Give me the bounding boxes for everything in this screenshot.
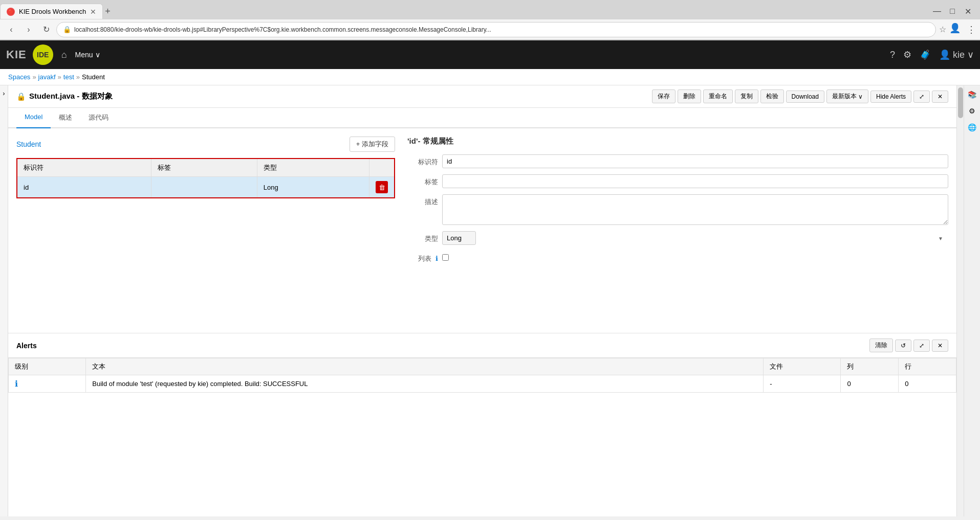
alerts-section: Alerts 清除 ↺ ⤢ ✕ 级别 文本 文件 列 行 [8, 333, 956, 393]
alerts-toolbar: 清除 ↺ ⤢ ✕ [869, 338, 948, 352]
home-button[interactable]: ⌂ [61, 50, 67, 60]
menu-dropdown[interactable]: Menu ∨ [75, 51, 100, 59]
alerts-clear-button[interactable]: 清除 [869, 338, 893, 352]
alerts-table-header: 级别 文本 文件 列 行 [9, 358, 956, 375]
prop-row-tag: 标签 [407, 174, 948, 188]
alert-row: ℹ Build of module 'test' (requested by k… [9, 375, 956, 393]
app-header: KIE IDE ⌂ Menu ∨ ? ⚙ 🧳 👤 kie ∨ [0, 40, 980, 69]
latest-version-arrow-icon: ∨ [858, 93, 863, 100]
browser-menu-button[interactable]: ⋮ [967, 24, 976, 35]
expand-editor-button[interactable]: ⤢ [913, 91, 930, 103]
profile-button[interactable]: 👤 [949, 22, 964, 37]
tag-input[interactable] [442, 174, 948, 188]
latest-version-button[interactable]: 最新版本 ∨ [826, 89, 868, 103]
type-select[interactable]: Long String Integer Double Boolean Date [442, 231, 476, 245]
close-editor-button[interactable]: ✕ [932, 91, 948, 103]
col-type: 类型 [257, 159, 369, 177]
maximize-button[interactable]: □ [945, 4, 960, 18]
right-sidebar: 📚 ⚙ 🌐 [964, 85, 980, 516]
col-level: 级别 [9, 358, 86, 375]
field-actions: 🗑 [369, 177, 395, 198]
sidebar-globe-icon[interactable]: 🌐 [967, 122, 977, 132]
back-button[interactable]: ‹ [4, 22, 18, 37]
close-window-button[interactable]: ✕ [961, 4, 975, 18]
alert-text: Build of module 'test' (requested by kie… [86, 375, 764, 393]
help-icon[interactable]: ? [890, 50, 895, 60]
col-actions [369, 159, 395, 177]
hide-alerts-button[interactable]: Hide Alerts [870, 91, 911, 103]
list-checkbox[interactable] [442, 254, 449, 261]
tab-source[interactable]: 源代码 [80, 108, 117, 128]
col-label: 标签 [151, 159, 257, 177]
left-collapse-panel[interactable]: › [0, 85, 8, 516]
identifier-input[interactable] [442, 154, 948, 168]
alerts-table-body: ℹ Build of module 'test' (requested by k… [9, 375, 956, 393]
breadcrumb-sep-3: » [76, 73, 80, 81]
main-layout: › 🔒 Student.java - 数据对象 保存 删除 重命名 复制 检验 … [0, 85, 980, 516]
sidebar-library-icon[interactable]: 📚 [967, 89, 977, 100]
bookmark-button[interactable]: ☆ [939, 25, 946, 34]
field-type: Long [257, 177, 369, 198]
tab-close-button[interactable]: ✕ [90, 8, 96, 16]
toolbar-buttons: 保存 删除 重命名 复制 检验 Download 最新版本 ∨ Hide Ale… [652, 89, 948, 103]
rename-button[interactable]: 重命名 [703, 89, 733, 103]
field-id: id [17, 177, 151, 198]
prop-identifier-label: 标识符 [407, 154, 438, 167]
user-menu[interactable]: 👤 kie ∨ [939, 49, 974, 60]
field-label [151, 177, 257, 198]
delete-button[interactable]: 删除 [678, 89, 701, 103]
left-section: Student + 添加字段 标识符 标签 类型 id [16, 137, 395, 325]
minimize-button[interactable]: — [930, 4, 944, 18]
student-header: Student + 添加字段 [16, 137, 395, 152]
tab-title: KIE Drools Workbench [19, 8, 86, 15]
col-col: 列 [841, 358, 899, 375]
prop-list-label: 列表 ℹ [407, 251, 438, 263]
scrollbar[interactable] [956, 85, 964, 516]
tab-model[interactable]: Model [16, 108, 51, 128]
prop-row-identifier: 标识符 [407, 154, 948, 168]
breadcrumb-test[interactable]: test [63, 73, 74, 81]
save-button[interactable]: 保存 [652, 89, 676, 103]
url-box[interactable]: 🔒 localhost:8080/kie-drools-wb/kie-drool… [56, 22, 936, 37]
prop-type-label: 类型 [407, 231, 438, 243]
desc-textarea[interactable] [442, 194, 948, 225]
breadcrumb-javakf[interactable]: javakf [38, 73, 56, 81]
prop-tag-label: 标签 [407, 174, 438, 187]
alerts-close-button[interactable]: ✕ [932, 340, 948, 352]
alerts-refresh-button[interactable]: ↺ [895, 340, 911, 352]
reload-button[interactable]: ↻ [39, 22, 53, 37]
secure-icon: 🔒 [63, 26, 71, 33]
breadcrumb-sep-2: » [58, 73, 61, 81]
properties-title: 'id'- 常规属性 [407, 137, 948, 146]
alert-level: ℹ [9, 375, 86, 393]
col-identifier: 标识符 [17, 159, 151, 177]
add-field-button[interactable]: + 添加字段 [350, 137, 395, 152]
fields-table: 标识符 标签 类型 id Long 🗑 [16, 158, 395, 198]
alert-row-num: 0 [899, 375, 956, 393]
table-row[interactable]: id Long 🗑 [17, 177, 395, 198]
fields-table-header: 标识符 标签 类型 [17, 159, 395, 177]
scrollbar-thumb[interactable] [958, 87, 963, 118]
active-tab[interactable]: 🔴 KIE Drools Workbench ✕ [0, 4, 103, 19]
kie-logo: KIE [6, 48, 27, 61]
alerts-expand-button[interactable]: ⤢ [913, 340, 930, 352]
tab-overview[interactable]: 概述 [51, 108, 80, 128]
alerts-header: Alerts 清除 ↺ ⤢ ✕ [8, 333, 956, 358]
copy-button[interactable]: 复制 [735, 89, 758, 103]
content-area: 🔒 Student.java - 数据对象 保存 删除 重命名 复制 检验 Do… [8, 85, 956, 516]
alert-col: 0 [841, 375, 899, 393]
briefcase-icon: 🧳 [920, 49, 931, 60]
breadcrumb-spaces[interactable]: Spaces [8, 73, 30, 81]
settings-icon[interactable]: ⚙ [903, 49, 911, 60]
delete-field-button[interactable]: 🗑 [376, 181, 388, 193]
new-tab-button[interactable]: + [105, 6, 111, 17]
validate-button[interactable]: 检验 [760, 89, 784, 103]
prop-row-desc: 描述 [407, 194, 948, 225]
prop-desc-label: 描述 [407, 194, 438, 207]
download-button[interactable]: Download [786, 91, 824, 103]
breadcrumb-student: Student [82, 73, 105, 81]
lock-icon: 🔒 [16, 92, 26, 101]
sidebar-settings-icon[interactable]: ⚙ [967, 106, 977, 116]
forward-button[interactable]: › [21, 22, 36, 37]
window-controls: — □ ✕ [930, 4, 980, 18]
